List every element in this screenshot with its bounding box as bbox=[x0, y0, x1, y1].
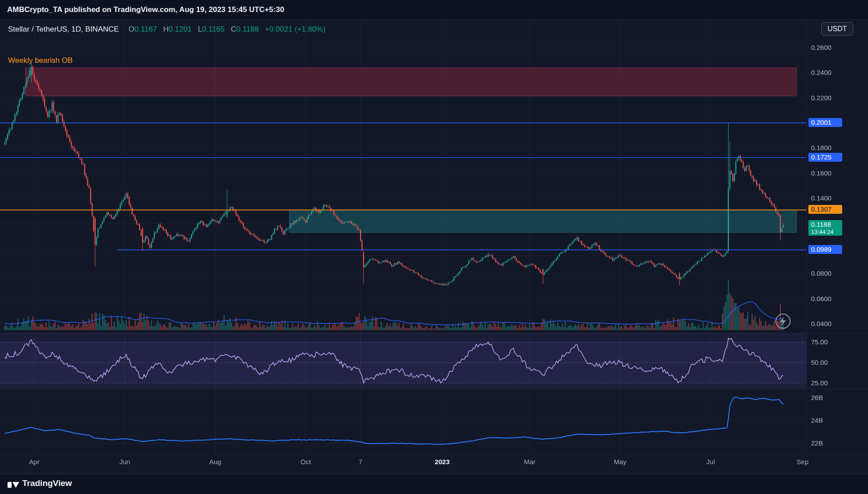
time-tick-label: Oct bbox=[292, 458, 319, 465]
price-tick-label: 0.2600 bbox=[811, 44, 831, 52]
volume-bars bbox=[4, 281, 784, 331]
tradingview-published-chart-page: { "publish_bar": { "text": "AMBCrypto_TA… bbox=[0, 0, 868, 494]
weekly-bearish-ob[interactable] bbox=[25, 68, 797, 96]
time-tick-label: Apr bbox=[21, 458, 48, 465]
last-price-badge: 0.118813:44:24 bbox=[808, 220, 842, 236]
mcap-tick-label: 26B bbox=[811, 394, 823, 402]
weekly-bearish-ob-label: Weekly bearish OB bbox=[8, 56, 73, 65]
symbol-legend[interactable]: Stellar / TetherUS, 1D, BINANCE O0.1167 … bbox=[8, 25, 325, 34]
ohlc-open-value: 0.1167 bbox=[134, 25, 157, 33]
time-tick-label: May bbox=[607, 458, 633, 465]
rsi-tick-label: 75.00 bbox=[811, 338, 828, 346]
time-tick-label: Aug bbox=[202, 458, 229, 465]
time-tick-label: 2023 bbox=[429, 458, 455, 465]
currency-toggle-button[interactable]: USDT bbox=[821, 22, 853, 36]
ohlc-close-label: C bbox=[231, 25, 236, 33]
price-tick-label: 0.0400 bbox=[811, 320, 831, 328]
ohlc-high-value: 0.1201 bbox=[169, 25, 192, 33]
time-tick-label: Jul bbox=[697, 458, 724, 465]
price-tick-label: 0.1800 bbox=[811, 144, 831, 152]
symbol-title[interactable]: Stellar / TetherUS, 1D, BINANCE bbox=[8, 25, 119, 33]
resistance-line-badge[interactable]: 0.2001 bbox=[808, 118, 842, 127]
price-tick-label: 0.1600 bbox=[811, 169, 831, 177]
price-tick-label: 0.1400 bbox=[811, 194, 831, 202]
mcap-tick-label: 24B bbox=[811, 416, 823, 425]
price-tick-label: 0.2400 bbox=[811, 69, 831, 77]
candlestick-series bbox=[4, 63, 784, 286]
rsi-tick-label: 50.00 bbox=[811, 359, 828, 367]
price-tick-label: 0.0600 bbox=[811, 295, 831, 303]
mcap-tick-label: 22B bbox=[811, 439, 823, 447]
ohlc-low-value: 0.1165 bbox=[202, 25, 225, 33]
price-tick-label: 0.2200 bbox=[811, 94, 831, 102]
orange-line-badge[interactable]: 0.1307 bbox=[808, 205, 842, 214]
rsi-tick-label: 25.00 bbox=[811, 379, 828, 387]
time-tick-label: Sep bbox=[789, 458, 816, 465]
publish-text: AMBCrypto_TA published on TradingView.co… bbox=[7, 5, 284, 14]
ohlc-open-label: O bbox=[129, 25, 134, 33]
support-line-badge[interactable]: 0.0989 bbox=[808, 245, 842, 254]
demand-zone[interactable] bbox=[289, 210, 797, 232]
ohlc-low-label: L bbox=[198, 25, 202, 33]
tradingview-wordmark[interactable]: TradingView bbox=[22, 478, 72, 488]
footer-bar bbox=[0, 474, 868, 494]
change-value: +0.0021 (+1.80%) bbox=[265, 25, 325, 33]
price-tick-label: 0.0800 bbox=[811, 269, 831, 278]
publish-bar: AMBCrypto_TA published on TradingView.co… bbox=[0, 0, 868, 20]
time-tick-label: Mar bbox=[516, 458, 543, 465]
chart-canvas[interactable] bbox=[0, 0, 868, 494]
time-tick-label: Jun bbox=[111, 458, 138, 465]
ohlc-high-label: H bbox=[163, 25, 169, 33]
ohlc-close-value: 0.1188 bbox=[236, 25, 259, 33]
tradingview-logo-icon[interactable] bbox=[7, 478, 20, 490]
candle-countdown: 13:44:24 bbox=[811, 229, 842, 235]
time-tick-label: 7 bbox=[347, 458, 374, 465]
resistance-line-badge[interactable]: 0.1725 bbox=[808, 153, 842, 162]
